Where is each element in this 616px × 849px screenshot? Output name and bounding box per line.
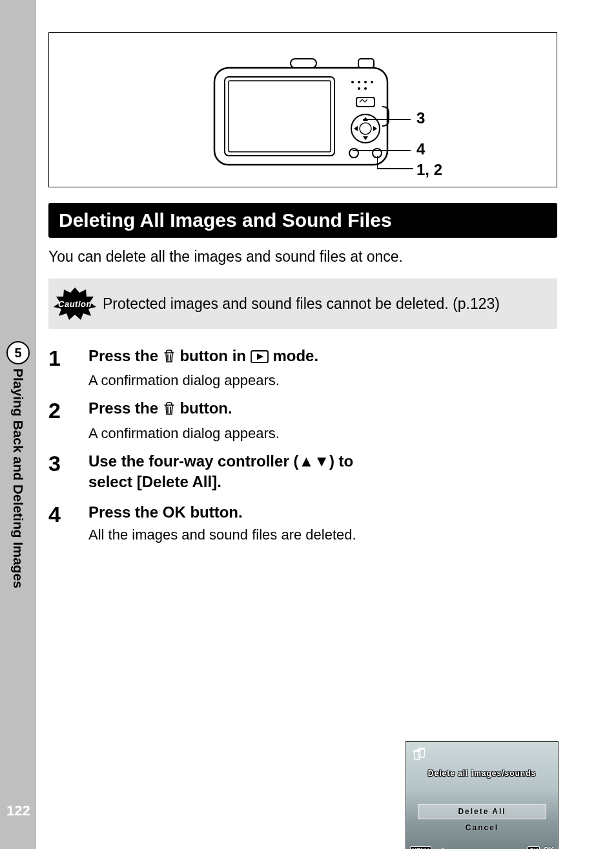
step-number: 1 bbox=[48, 346, 88, 389]
trash-icon bbox=[163, 400, 176, 421]
svg-point-9 bbox=[358, 87, 360, 90]
intro-text: You can delete all the images and sound … bbox=[48, 248, 565, 266]
caution-text: Protected images and sound files cannot … bbox=[103, 295, 500, 313]
step-4: 4 Press the OK button. All the images an… bbox=[48, 502, 557, 543]
svg-point-7 bbox=[364, 81, 367, 83]
callout-4: 4 bbox=[416, 140, 425, 158]
lcd-menu-hint: MENU bbox=[410, 846, 444, 849]
chapter-number: 5 bbox=[14, 346, 21, 361]
callout-1-2: 1, 2 bbox=[416, 161, 442, 179]
caution-burst-icon: Caution bbox=[52, 286, 98, 321]
camera-back-illustration bbox=[213, 55, 394, 178]
svg-rect-4 bbox=[229, 81, 331, 152]
step-number: 2 bbox=[48, 398, 88, 441]
callout-3: 3 bbox=[416, 109, 425, 127]
chapter-title: Playing Back and Deleting Images bbox=[10, 368, 26, 589]
step-2-desc: A confirmation dialog appears. bbox=[88, 425, 557, 442]
section-heading: Deleting All Images and Sound Files bbox=[48, 203, 557, 238]
ok-button-label: OK bbox=[163, 503, 186, 521]
step-3-title: Use the four-way controller (▲▼) to sele… bbox=[88, 451, 385, 493]
step-2-title: Press the button. bbox=[88, 398, 557, 421]
svg-rect-1 bbox=[291, 59, 316, 68]
lcd-dialog-title: Delete all images/sounds bbox=[406, 769, 558, 778]
step-number: 4 bbox=[48, 502, 88, 543]
camera-lcd-screenshot: Delete all images/sounds Delete All Canc… bbox=[406, 741, 559, 849]
svg-marker-22 bbox=[257, 353, 263, 360]
ok-badge: OK bbox=[528, 846, 540, 849]
lcd-option-cancel: Cancel bbox=[418, 821, 546, 835]
step-1: 1 Press the button in mode. A confirm bbox=[48, 346, 557, 389]
svg-point-10 bbox=[364, 87, 367, 90]
svg-rect-11 bbox=[356, 98, 375, 107]
menu-badge: MENU bbox=[410, 846, 431, 849]
trash-icon bbox=[163, 348, 176, 368]
caution-box: Caution Protected images and sound files… bbox=[48, 278, 557, 329]
svg-point-8 bbox=[371, 81, 373, 83]
lcd-option-delete-all: Delete All bbox=[418, 804, 546, 819]
svg-point-5 bbox=[351, 81, 354, 83]
step-number: 3 bbox=[48, 451, 88, 493]
content-area: 3 4 1, 2 Deleting All Images and Sound F… bbox=[48, 32, 565, 552]
step-4-title: Press the OK button. bbox=[88, 502, 385, 523]
svg-point-13 bbox=[360, 123, 371, 134]
chapter-number-badge: 5 bbox=[6, 341, 30, 364]
lcd-menu: Delete All Cancel bbox=[418, 804, 546, 835]
caution-label: Caution bbox=[58, 299, 92, 309]
page: 5 Playing Back and Deleting Images 122 bbox=[0, 0, 616, 849]
steps-list: 1 Press the button in mode. A confirm bbox=[48, 346, 557, 543]
step-3: 3 Use the four-way controller (▲▼) to se… bbox=[48, 451, 557, 493]
page-number: 122 bbox=[6, 802, 30, 819]
trash-multiple-icon bbox=[410, 746, 427, 762]
svg-rect-2 bbox=[358, 59, 374, 68]
playback-mode-icon bbox=[251, 348, 269, 368]
step-1-desc: A confirmation dialog appears. bbox=[88, 372, 557, 389]
step-1-title: Press the button in mode. bbox=[88, 346, 557, 368]
step-2: 2 Press the button. A confirmation dialo… bbox=[48, 398, 557, 441]
chapter-tab: 5 Playing Back and Deleting Images bbox=[0, 341, 36, 589]
side-spine: 5 Playing Back and Deleting Images 122 bbox=[0, 0, 36, 849]
camera-diagram-box: 3 4 1, 2 bbox=[48, 32, 557, 187]
step-4-desc: All the images and sound files are delet… bbox=[88, 527, 385, 543]
back-arrow-icon bbox=[435, 846, 444, 849]
svg-point-6 bbox=[358, 81, 360, 83]
lcd-footer: MENU OK OK bbox=[410, 846, 554, 849]
lcd-ok-hint: OK OK bbox=[528, 846, 554, 849]
